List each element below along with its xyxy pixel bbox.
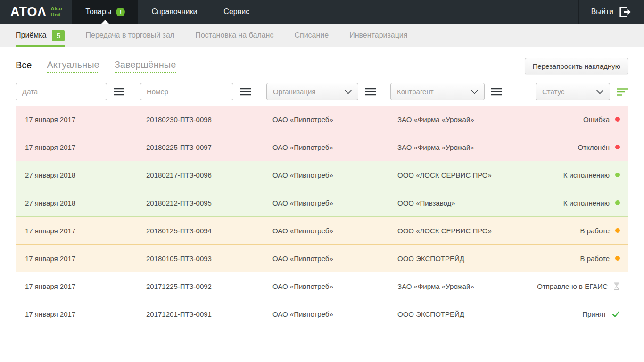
logout-button[interactable]: Выйти [578,0,644,24]
tab-label: Списание [294,31,329,40]
tab-label: Передача в торговый зал [85,31,174,40]
exit-icon [619,7,632,17]
invoices-table: 17 января 2017 20180230-ПТЗ-0098 ОАО «Пи… [16,106,628,328]
status-label: К исполнению [563,171,610,179]
cell-organization: ОАО «Пивпотреб» [272,115,397,123]
status-select[interactable]: Статус [536,83,610,100]
date-filter-input[interactable] [16,83,107,100]
cell-organization: ОАО «Пивпотреб» [272,227,397,235]
cell-date: 17 января 2017 [25,115,146,123]
cell-organization: ОАО «Пивпотреб» [272,282,397,290]
view-filter-row: Все Актуальные Завершённые Перезапросить… [0,47,644,74]
table-row[interactable]: 27 января 2018 20180217-ПТЗ-0096 ОАО «Пи… [16,161,628,189]
cell-status: К исполнению [563,171,620,179]
table-row[interactable]: 17 января 2017 20171201-ПТЗ-0091 ОАО «Пи… [16,300,628,328]
cell-contractor: ООО ЭКСПОТРЕЙД [397,310,582,318]
cell-status: В работе [580,255,620,263]
menu-item-label: Справочники [151,8,197,16]
status-filter-group: Статус [536,83,628,100]
contractor-filter-menu-icon[interactable] [491,88,502,96]
cell-status: Отклонён [578,143,620,151]
date-filter-menu-icon[interactable] [114,88,124,96]
cell-date: 17 января 2017 [25,227,146,235]
cell-organization: ОАО «Пивпотреб» [272,310,397,318]
contractor-select[interactable]: Контрагент [390,83,485,100]
tab-label: Постановка на баланс [195,31,273,40]
menu-item-goods[interactable]: Товары ! [72,0,138,24]
cell-number: 20180230-ПТЗ-0098 [146,115,272,123]
hourglass-icon [613,282,620,290]
table-row[interactable]: 17 января 2017 20180225-ПТЗ-0097 ОАО «Пи… [16,133,628,161]
tab-spisanie[interactable]: Списание [294,24,329,47]
menu-item-directories[interactable]: Справочники [138,0,210,24]
view-link-actual[interactable]: Актуальные [47,59,99,73]
cell-date: 17 января 2017 [25,282,146,290]
table-row[interactable]: 17 января 2017 20180125-ПТЗ-0094 ОАО «Пи… [16,217,628,245]
contractor-select-value: Контрагент [397,88,434,96]
number-filter-input[interactable] [140,83,233,100]
main-menu: Товары ! Справочники Сервис [72,0,263,24]
cell-contractor: ООО «ЛОСК СЕРВИС ПРО» [397,227,580,235]
section-tab-bar: Приёмка 5 Передача в торговый зал Постан… [0,24,644,47]
view-link-all[interactable]: Все [16,60,32,72]
cell-organization: ОАО «Пивпотреб» [272,255,397,263]
organization-select[interactable]: Организация [266,83,358,100]
sort-descending-icon[interactable] [617,88,628,96]
tab-priemka[interactable]: Приёмка 5 [16,24,65,47]
status-dot-orange-icon [615,256,620,261]
cell-status: В работе [580,227,620,235]
cell-status: Отправлено в ЕГАИС [537,282,620,290]
table-row[interactable]: 17 января 2017 20180230-ПТЗ-0098 ОАО «Пи… [16,106,628,133]
cell-number: 20180217-ПТЗ-0096 [146,171,272,179]
cell-date: 17 января 2017 [25,143,146,151]
cell-organization: ОАО «Пивпотреб» [272,143,397,151]
cell-contractor: ООО ЭКСПОТРЕЙД [397,255,580,263]
number-filter-menu-icon[interactable] [240,88,251,96]
atol-logo: ATOΛ Alco Unit [0,0,72,24]
count-badge: 5 [52,30,65,41]
status-dot-green-icon [615,173,620,177]
status-label: В работе [580,255,610,263]
tab-postanovka[interactable]: Постановка на баланс [195,24,273,47]
alert-badge-icon: ! [116,8,125,16]
status-label: Принят [582,310,606,318]
cell-organization: ОАО «Пивпотреб» [272,171,397,179]
table-row[interactable]: 27 января 2018 20180212-ПТЗ-0095 ОАО «Пи… [16,189,628,217]
status-dot-red-icon [615,145,620,149]
main-content: Все Актуальные Завершённые Перезапросить… [0,47,644,328]
status-label: К исполнению [563,199,610,207]
cell-number: 20171225-ПТЗ-0092 [146,282,272,290]
view-link-completed[interactable]: Завершённые [115,59,176,73]
tab-label: Инвентаризация [349,31,407,40]
cell-organization: ОАО «Пивпотреб» [272,199,397,207]
cell-number: 20171201-ПТЗ-0091 [146,310,272,318]
rerequest-invoice-button[interactable]: Перезапросить накладную [525,58,628,74]
status-dot-orange-icon [615,228,620,233]
chevron-down-icon [471,90,479,94]
status-label: Отклонён [578,143,610,151]
tab-inventarizaciya[interactable]: Инвентаризация [349,24,407,47]
cell-contractor: ООО «ЛОСК СЕРВИС ПРО» [397,171,563,179]
menu-item-service[interactable]: Сервис [210,0,263,24]
logout-label: Выйти [591,8,613,16]
status-dot-green-icon [615,200,620,205]
cell-contractor: ООО «Пивзавод» [397,199,563,207]
organization-filter-menu-icon[interactable] [365,88,376,96]
menu-item-label: Сервис [223,8,249,16]
cell-contractor: ЗАО «Фирма «Урожай» [397,115,583,123]
status-label: Отправлено в ЕГАИС [537,282,608,290]
cell-date: 17 января 2017 [25,255,146,263]
brand-subtext-line2: Unit [51,12,62,18]
cell-status: Ошибка [583,115,620,123]
cell-number: 20180105-ПТЗ-0093 [146,255,272,263]
top-nav-bar: ATOΛ Alco Unit Товары ! Справочники Серв… [0,0,644,24]
table-row[interactable]: 17 января 2017 20180105-ПТЗ-0093 ОАО «Пи… [16,245,628,272]
table-row[interactable]: 17 января 2017 20171225-ПТЗ-0092 ОАО «Пи… [16,272,628,300]
organization-select-value: Организация [273,88,315,96]
status-label: Ошибка [583,115,610,123]
cell-contractor: ЗАО «Фирма «Урожай» [397,143,578,151]
chevron-down-icon [596,90,604,94]
status-select-value: Статус [542,88,564,96]
tab-peredacha[interactable]: Передача в торговый зал [85,24,174,47]
cell-date: 27 января 2018 [25,199,146,207]
